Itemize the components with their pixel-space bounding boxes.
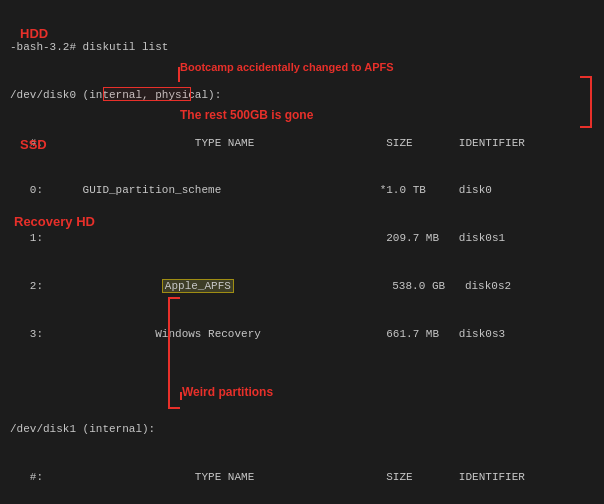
disk0-header: /dev/disk0 (internal, physical): bbox=[10, 88, 594, 104]
rest-gone-bracket bbox=[580, 76, 592, 128]
terminal-content: -bash-3.2# diskutil list /dev/disk0 (int… bbox=[10, 8, 594, 504]
disk0-row0: 0: GUID_partition_scheme *1.0 TB disk0 bbox=[10, 183, 594, 199]
apfs-box bbox=[103, 87, 191, 101]
disk0-row2: 2: Apple_APFS 538.0 GB disk0s2 bbox=[10, 279, 594, 295]
bootcamp-arrow bbox=[178, 67, 180, 82]
disk0-row1: 1: 209.7 MB disk0s1 bbox=[10, 231, 594, 247]
blank1 bbox=[10, 375, 594, 391]
disk1-header: /dev/disk1 (internal): bbox=[10, 422, 594, 438]
weird-connector bbox=[180, 392, 182, 400]
weird-bracket bbox=[168, 297, 180, 409]
disk0-cols: #: TYPE NAME SIZE IDENTIFIER bbox=[10, 136, 594, 152]
disk1-cols: #: TYPE NAME SIZE IDENTIFIER bbox=[10, 470, 594, 486]
prompt-line: -bash-3.2# diskutil list bbox=[10, 40, 594, 56]
terminal-window: -bash-3.2# diskutil list /dev/disk0 (int… bbox=[0, 0, 604, 504]
disk0-row3: 3: Windows Recovery 661.7 MB disk0s3 bbox=[10, 327, 594, 343]
